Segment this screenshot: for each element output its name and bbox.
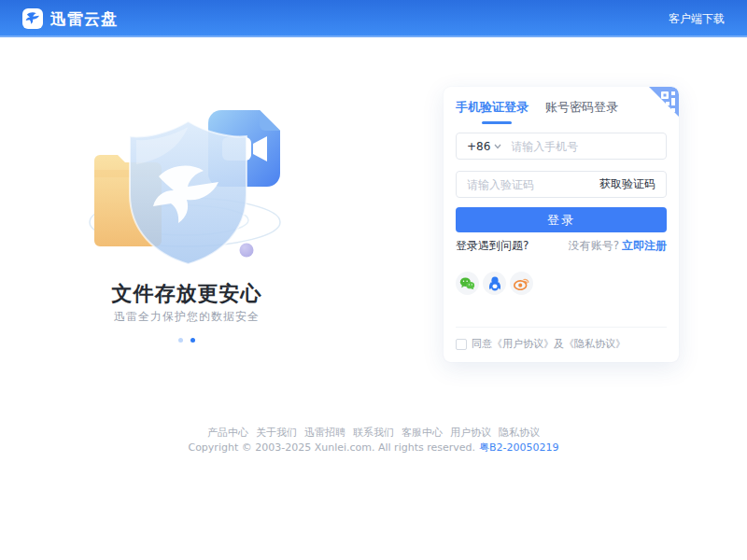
login-button[interactable]: 登录 (456, 207, 667, 232)
footer-link[interactable]: 用户协议 (450, 427, 491, 439)
qq-login-button[interactable] (483, 272, 506, 295)
hero-subtitle: 迅雷全力保护您的数据安全 (56, 309, 317, 325)
helper-links: 登录遇到问题? 没有账号?立即注册 (456, 238, 667, 254)
qr-login-badge[interactable] (641, 87, 679, 124)
hero-title: 文件存放更安心 (56, 280, 317, 308)
country-code-value: +86 (467, 140, 490, 153)
icp-license-link[interactable]: 粤B2-20050219 (479, 441, 559, 454)
footer-link[interactable]: 产品中心 (207, 427, 248, 439)
footer-links: 产品中心关于我们迅雷招聘联系我们客服中心用户协议隐私协议 (0, 426, 747, 441)
footer-link[interactable]: 联系我们 (353, 427, 394, 439)
wechat-icon (459, 276, 475, 290)
wechat-login-button[interactable] (456, 272, 479, 295)
chevron-down-icon (494, 144, 501, 149)
qr-code-icon (661, 91, 675, 112)
carousel-dot-active[interactable] (190, 338, 195, 343)
phone-field: +86 (456, 133, 667, 160)
agreement-conjunction: 及 (554, 338, 564, 350)
social-login (456, 272, 533, 295)
security-shield-illustration (82, 99, 291, 282)
register-link[interactable]: 立即注册 (622, 239, 667, 252)
phone-input[interactable] (511, 140, 666, 153)
copyright-text: Copyright © 2003-2025 Xunlei.com. All ri… (188, 441, 475, 454)
tab-phone-login[interactable]: 手机验证登录 (456, 99, 529, 116)
verification-code-input[interactable] (457, 178, 589, 191)
card-divider (456, 327, 667, 328)
register-group: 没有账号?立即注册 (569, 238, 667, 254)
no-account-text: 没有账号? (569, 239, 619, 252)
login-tabs: 手机验证登录 账号密码登录 (456, 99, 618, 116)
client-download-link[interactable]: 客户端下载 (669, 11, 725, 27)
agreement-text: 同意《用户协议》及《隐私协议》 (472, 337, 626, 351)
top-header: 迅雷云盘 客户端下载 (0, 0, 747, 37)
carousel-dot[interactable] (178, 338, 183, 343)
user-agreement-link[interactable]: 《用户协议》 (492, 338, 554, 350)
agreement-checkbox[interactable] (456, 339, 467, 350)
copyright-row: Copyright © 2003-2025 Xunlei.com. All ri… (0, 441, 747, 455)
floating-dot (240, 244, 254, 258)
footer-link[interactable]: 隐私协议 (499, 427, 540, 439)
page-footer: 产品中心关于我们迅雷招聘联系我们客服中心用户协议隐私协议 Copyright ©… (0, 426, 747, 455)
weibo-icon (514, 276, 529, 290)
login-card: 手机验证登录 账号密码登录 +86 获取验证码 登录 登录遇到问题? 没有账号?… (444, 87, 679, 362)
qq-icon (488, 276, 501, 291)
login-trouble-link[interactable]: 登录遇到问题? (456, 238, 529, 254)
active-tab-underline (482, 121, 512, 124)
footer-link[interactable]: 关于我们 (256, 427, 297, 439)
code-field: 获取验证码 (456, 171, 667, 198)
carousel-dots (56, 338, 317, 343)
agreement-row: 同意《用户协议》及《隐私协议》 (456, 337, 626, 351)
get-code-button[interactable]: 获取验证码 (589, 176, 666, 192)
xunlei-bird-icon (22, 8, 43, 29)
tab-password-login[interactable]: 账号密码登录 (545, 99, 618, 116)
weibo-login-button[interactable] (510, 272, 533, 295)
footer-link[interactable]: 迅雷招聘 (304, 427, 345, 439)
footer-link[interactable]: 客服中心 (402, 427, 443, 439)
agreement-prefix: 同意 (472, 338, 492, 350)
brand-name: 迅雷云盘 (50, 8, 118, 30)
country-code-select[interactable]: +86 (457, 140, 511, 153)
login-page: 迅雷云盘 客户端下载 (0, 0, 747, 560)
brand-logo[interactable]: 迅雷云盘 (22, 8, 118, 30)
privacy-agreement-link[interactable]: 《隐私协议》 (564, 338, 626, 350)
